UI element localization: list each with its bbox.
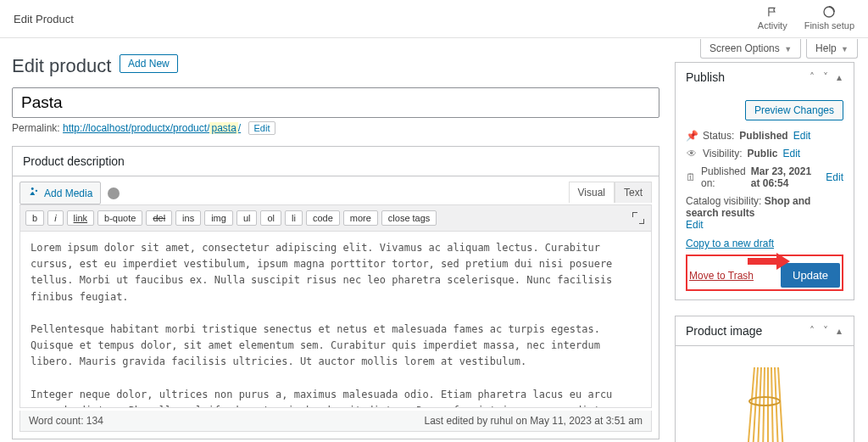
edit-status-link[interactable]: Edit: [793, 130, 811, 142]
edit-date-link[interactable]: Edit: [826, 171, 843, 183]
ul-button[interactable]: ul: [236, 210, 258, 226]
breadcrumb: Edit Product: [14, 4, 74, 25]
move-down-icon[interactable]: ˅: [821, 71, 830, 83]
edit-permalink-button[interactable]: Edit: [248, 121, 276, 135]
page-title: Edit product: [12, 55, 111, 77]
product-image-header: Product image ˄ ˅ ▴: [676, 316, 854, 346]
help-icon[interactable]: [108, 187, 120, 199]
screen-options-tab[interactable]: Screen Options ▼: [700, 39, 801, 59]
svg-point-1: [31, 187, 34, 190]
collapse-icon[interactable]: ▴: [835, 71, 843, 83]
publish-header: Publish ˄ ˅ ▴: [676, 63, 854, 92]
visual-tab[interactable]: Visual: [569, 182, 615, 203]
move-up-icon[interactable]: ˄: [808, 325, 816, 337]
help-tab[interactable]: Help ▼: [806, 39, 858, 59]
media-icon: [28, 186, 40, 200]
bquote-button[interactable]: b-quote: [97, 210, 142, 226]
permalink-row: Permalink: http://localhost/productx/pro…: [12, 122, 659, 134]
move-up-icon[interactable]: ˄: [808, 71, 816, 83]
add-new-button[interactable]: Add New: [120, 54, 178, 73]
quicktags-toolbar: b i link b-quote del ins img ul ol li co…: [19, 204, 652, 232]
progress-icon: [821, 4, 837, 20]
preview-changes-button[interactable]: Preview Changes: [745, 100, 843, 120]
del-button[interactable]: del: [146, 210, 172, 226]
ol-button[interactable]: ol: [260, 210, 281, 226]
fullscreen-icon[interactable]: [632, 212, 644, 224]
img-button[interactable]: img: [204, 210, 233, 226]
product-description-header: Product description: [13, 147, 659, 176]
finish-setup-button[interactable]: Finish setup: [804, 4, 854, 31]
li-button[interactable]: li: [285, 210, 303, 226]
calendar-icon: 🗓: [686, 171, 696, 183]
collapse-icon[interactable]: ▴: [835, 325, 843, 337]
last-edited: Last edited by ruhul on May 11, 2023 at …: [424, 415, 643, 427]
product-title-input[interactable]: [12, 87, 659, 118]
ins-button[interactable]: ins: [175, 210, 201, 226]
word-count: Word count: 134: [29, 415, 103, 427]
code-button[interactable]: code: [306, 210, 340, 226]
text-tab[interactable]: Text: [615, 182, 652, 203]
close-tags-button[interactable]: close tags: [381, 210, 437, 226]
eye-icon: 👁: [686, 148, 698, 159]
update-button[interactable]: Update: [781, 263, 840, 288]
edit-catalog-link[interactable]: Edit: [686, 219, 704, 231]
svg-point-2: [36, 190, 37, 192]
add-media-button[interactable]: Add Media: [19, 182, 101, 204]
link-button[interactable]: link: [67, 210, 95, 226]
copy-draft-link[interactable]: Copy to a new draft: [686, 238, 774, 249]
permalink-link[interactable]: http://localhost/productx/product/pasta/: [63, 122, 241, 134]
move-down-icon[interactable]: ˅: [821, 325, 830, 337]
edit-visibility-link[interactable]: Edit: [782, 148, 800, 159]
move-to-trash-link[interactable]: Move to Trash: [689, 270, 754, 282]
italic-button[interactable]: i: [47, 210, 63, 226]
flag-icon: [765, 4, 780, 20]
description-editor[interactable]: [19, 232, 652, 408]
product-image-thumbnail[interactable]: [686, 355, 843, 442]
more-button[interactable]: more: [343, 210, 378, 226]
activity-button[interactable]: Activity: [758, 4, 787, 31]
bold-button[interactable]: b: [25, 210, 44, 226]
pin-icon: 📌: [686, 130, 698, 142]
